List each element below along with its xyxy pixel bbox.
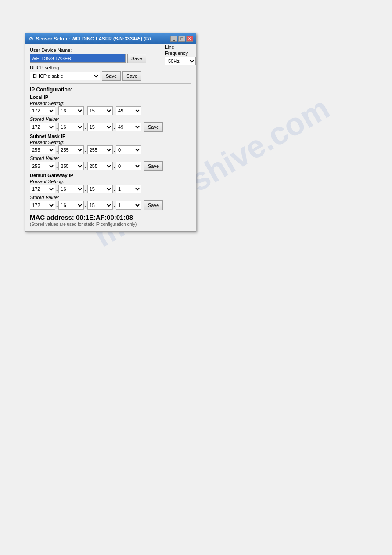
subnet-stored-label: Stored Value:: [30, 156, 191, 161]
gateway-stored-2[interactable]: 15: [87, 201, 113, 210]
gateway-save-button[interactable]: Save: [144, 200, 163, 210]
gateway-stored-label: Stored Value:: [30, 195, 191, 200]
local-ip-present-0[interactable]: 172: [30, 106, 55, 115]
subnet-stored-0[interactable]: 255: [30, 162, 55, 170]
separator-1: [30, 83, 191, 84]
gateway-present-3[interactable]: 1: [116, 185, 141, 193]
local-ip-stored-0[interactable]: 172: [30, 123, 55, 131]
gateway-present-2[interactable]: 15: [87, 185, 113, 193]
subnet-present-row: 255 . 255 . 255 . 0: [30, 145, 191, 154]
subnet-present-3[interactable]: 0: [116, 145, 141, 154]
line-frequency-select[interactable]: 50Hz 60Hz: [165, 57, 196, 65]
dialog-title: Sensor Setup : WELDING LASER (S/N:333445…: [36, 36, 151, 41]
local-ip-stored-label: Stored Value:: [30, 116, 191, 122]
dialog-icon: [28, 36, 34, 42]
gateway-section: Default Gateway IP Present Setting: 172 …: [30, 173, 191, 210]
dhcp-section: DHCP setting DHCP disable DHCP enable Sa…: [30, 65, 191, 81]
local-ip-label: Local IP: [30, 94, 191, 100]
svg-point-1: [31, 38, 32, 39]
local-ip-stored-2[interactable]: 15: [87, 123, 113, 131]
subnet-present-0[interactable]: 255: [30, 145, 55, 154]
gateway-label: Default Gateway IP: [30, 173, 191, 178]
subnet-mask-section: Subnet Mask IP Present Setting: 255 . 25…: [30, 134, 191, 171]
gateway-present-row: 172 . 16 . 15 . 1: [30, 185, 191, 193]
dhcp-save2-button[interactable]: Save: [122, 71, 141, 81]
gateway-present-0[interactable]: 172: [30, 185, 55, 193]
subnet-stored-3[interactable]: 0: [116, 162, 141, 170]
local-ip-present-2[interactable]: 15: [87, 106, 113, 115]
line-frequency-label: Line Frequency: [165, 44, 196, 57]
line-frequency-section: Line Frequency 50Hz 60Hz: [165, 44, 196, 65]
close-button[interactable]: ✕: [186, 36, 193, 42]
restore-button[interactable]: □: [178, 36, 185, 42]
gateway-stored-1[interactable]: 16: [58, 201, 84, 210]
subnet-stored-1[interactable]: 255: [58, 162, 84, 170]
subnet-present-1[interactable]: 255: [58, 145, 84, 154]
subnet-present-2[interactable]: 255: [87, 145, 113, 154]
subnet-save-button[interactable]: Save: [144, 161, 163, 171]
device-name-save-button[interactable]: Save: [127, 54, 146, 63]
gateway-present-label: Present Setting:: [30, 179, 191, 184]
title-bar-controls: _ □ ✕: [170, 36, 193, 42]
dhcp-label: DHCP setting: [30, 65, 191, 70]
mac-address: MAC address: 00:1E:AF:00:01:08: [30, 214, 191, 221]
dhcp-save-button[interactable]: Save: [102, 71, 121, 81]
subnet-stored-row: 255 . 255 . 255 . 0 Save: [30, 161, 191, 171]
dhcp-row: DHCP disable DHCP enable Save Save: [30, 71, 191, 81]
local-ip-present-3[interactable]: 49: [116, 106, 141, 115]
dhcp-select[interactable]: DHCP disable DHCP enable: [30, 72, 100, 80]
subnet-label: Subnet Mask IP: [30, 134, 191, 139]
gateway-present-1[interactable]: 16: [58, 185, 84, 193]
user-device-row: Save: [30, 54, 152, 63]
local-ip-present-label: Present Setting:: [30, 101, 191, 106]
title-bar: Sensor Setup : WELDING LASER (S/N:333445…: [25, 33, 196, 44]
local-ip-stored-1[interactable]: 16: [58, 123, 84, 131]
local-ip-present-1[interactable]: 16: [58, 106, 84, 115]
gateway-stored-3[interactable]: 1: [116, 201, 141, 210]
sensor-setup-dialog: Sensor Setup : WELDING LASER (S/N:333445…: [25, 33, 196, 232]
ip-config-header: IP Configuration:: [30, 87, 191, 93]
gateway-stored-0[interactable]: 172: [30, 201, 55, 210]
user-device-label: User Device Name:: [30, 47, 152, 53]
local-ip-section: Local IP Present Setting: 172 . 16 . 15 …: [30, 94, 191, 132]
subnet-present-label: Present Setting:: [30, 140, 191, 145]
user-device-section: User Device Name: Save: [30, 47, 152, 63]
device-name-input[interactable]: [30, 54, 126, 63]
gateway-stored-row: 172 . 16 . 15 . 1 Save: [30, 200, 191, 210]
local-ip-present-row: 172 . 16 . 15 . 49: [30, 106, 191, 115]
dialog-content: Line Frequency 50Hz 60Hz User Device Nam…: [25, 44, 196, 231]
local-ip-stored-row: 172 . 16 . 15 . 49 Save: [30, 122, 191, 132]
subnet-stored-2[interactable]: 255: [87, 162, 113, 170]
stored-note: (Stored values are used for static IP co…: [30, 222, 191, 227]
local-ip-stored-3[interactable]: 49: [116, 123, 141, 131]
local-ip-save-button[interactable]: Save: [144, 122, 163, 132]
title-bar-left: Sensor Setup : WELDING LASER (S/N:333445…: [28, 36, 151, 42]
minimize-button[interactable]: _: [170, 36, 177, 42]
